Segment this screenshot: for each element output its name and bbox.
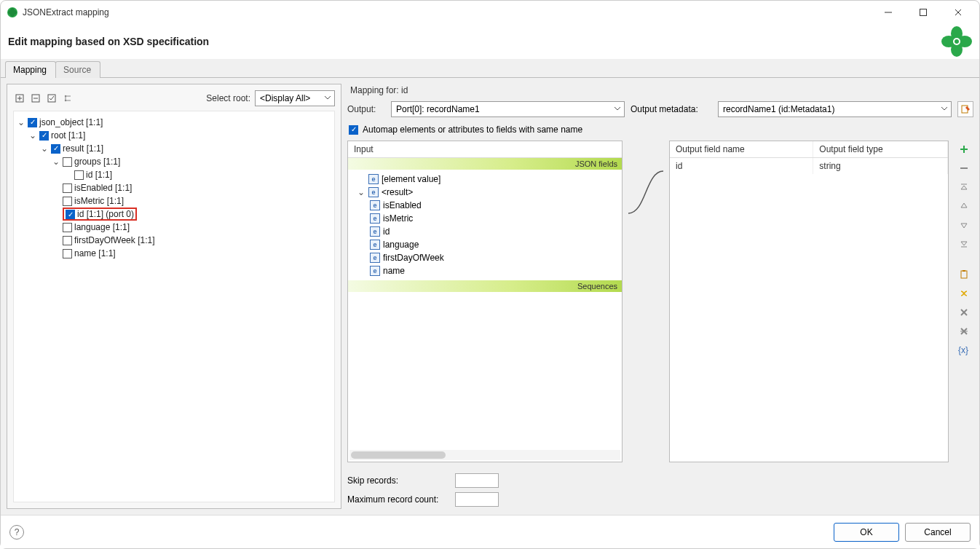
output-table[interactable]: Output field name Output field type id s… [670,141,948,174]
tree-node[interactable]: json_object [1:1] [39,117,103,127]
automap-icon[interactable] [956,286,972,301]
output-fields-box: Output field name Output field type id s… [669,141,949,462]
tree-checkbox[interactable] [63,157,72,167]
tree-twisty[interactable]: ⌄ [357,187,365,197]
structure-toolbar: Select root: <Display All> [13,89,335,108]
max-records-input[interactable] [455,492,499,507]
sequences-header: Sequences [348,280,622,292]
chevron-down-icon [941,105,948,112]
cancel-button[interactable]: Cancel [905,523,971,542]
tree-twisty[interactable]: ⌄ [17,117,25,127]
automap-checkbox[interactable] [349,125,358,135]
tree-node[interactable]: isEnabled [1:1] [74,183,132,193]
skip-records-input[interactable] [455,473,499,488]
tree-checkbox[interactable] [66,210,75,219]
tree-node[interactable]: language [1:1] [74,222,130,232]
move-bottom-icon[interactable] [956,237,972,251]
json-node[interactable]: name [383,266,405,276]
tree-node[interactable]: isMetric [1:1] [74,196,124,206]
json-node[interactable]: isMetric [383,213,413,224]
element-badge-icon: e [370,266,380,276]
cell-field-type[interactable]: string [813,158,948,175]
select-root-value: <Display All> [260,93,310,103]
json-node[interactable]: <result> [382,187,413,197]
tree-checkbox[interactable] [63,236,72,245]
tree-checkbox[interactable] [39,131,49,141]
app-window: JSONExtract mapping Edit mapping based o… [0,0,980,549]
element-badge-icon: e [368,174,379,184]
expand-all-icon[interactable] [13,92,26,105]
clipboard-icon[interactable] [956,267,972,282]
cell-field-name[interactable]: id [670,158,813,175]
dialog-footer: ? OK Cancel [1,515,979,548]
move-down-icon[interactable] [956,218,972,232]
tree-checkbox[interactable] [63,223,72,232]
json-node[interactable]: firstDayOfWeek [383,253,444,263]
tree-node[interactable]: groups [1:1] [74,157,120,167]
tab-mapping[interactable]: Mapping [5,61,56,78]
tree-checkbox[interactable] [28,118,37,127]
add-icon[interactable] [956,142,972,157]
output-metadata-label: Output metadata: [631,104,712,114]
collapse-all-icon[interactable] [29,92,42,105]
edit-metadata-button[interactable] [957,101,973,117]
chevron-down-icon [614,105,621,112]
tree-twisty[interactable]: ⌄ [28,130,37,141]
input-header: Input [348,141,622,158]
tree-checkbox[interactable] [63,183,72,193]
tree-checkbox[interactable] [74,170,84,180]
tree-node[interactable]: firstDayOfWeek [1:1] [74,235,154,245]
remove-icon[interactable] [956,161,972,175]
tree-checkbox[interactable] [63,249,72,258]
xsd-tree[interactable]: ⌄json_object [1:1] ⌄root [1:1] ⌄result [… [13,111,335,502]
delete-mapping-icon[interactable] [956,305,972,320]
minimize-button[interactable] [877,4,899,20]
ok-button[interactable]: OK [834,523,899,542]
svg-point-10 [955,39,959,44]
svg-rect-29 [963,270,965,272]
tree-twisty[interactable]: ⌄ [52,157,60,167]
tab-strip: Mapping Source [1,59,979,78]
tree-node[interactable]: result [1:1] [63,143,103,154]
select-root-label: Select root: [206,93,250,103]
json-node[interactable]: isEnabled [383,200,422,210]
record-limits: Skip records: Maximum record count: [347,467,973,509]
close-button[interactable] [947,4,969,20]
select-root-combo[interactable]: <Display All> [255,90,335,106]
dialog-title: Edit mapping based on XSD specification [8,36,209,47]
delete-all-icon[interactable] [956,324,972,339]
tree-node[interactable]: name [1:1] [74,248,116,258]
tree-node[interactable]: root [1:1] [51,130,85,141]
tree-checkbox[interactable] [51,144,60,154]
json-fields-tree[interactable]: e[element value] ⌄e<result> eisEnabled e… [348,170,622,280]
move-top-icon[interactable] [956,180,972,194]
output-col-type[interactable]: Output field type [813,141,948,158]
tree-twisty[interactable]: ⌄ [40,143,49,154]
check-all-icon[interactable] [45,92,58,105]
output-col-name[interactable]: Output field name [670,141,813,158]
xml-icon[interactable]: {x} [956,343,972,358]
horizontal-scrollbar[interactable] [349,450,620,460]
help-icon[interactable]: ? [9,525,24,540]
table-row[interactable]: id string [670,158,948,175]
tree-checkbox[interactable] [63,197,72,206]
tab-source[interactable]: Source [55,61,100,78]
element-badge-icon: e [370,226,380,237]
dialog-header: Edit mapping based on XSD specification [1,24,979,59]
tree-options-icon[interactable] [61,92,74,105]
element-badge-icon: e [370,240,380,250]
tree-node-id-port0[interactable]: id [1:1] (port 0) [77,209,134,219]
dialog-body: Select root: <Display All> ⌄json_object … [1,78,979,515]
output-metadata-combo[interactable]: recordName1 (id:Metadata1) [718,101,952,117]
json-node[interactable]: id [383,226,390,237]
move-up-icon[interactable] [956,199,972,213]
json-node[interactable]: language [383,240,419,250]
window-title: JSONExtract mapping [23,7,877,17]
svg-rect-28 [961,271,967,278]
tree-node[interactable]: id [1:1] [86,170,112,180]
maximize-button[interactable] [912,4,934,20]
json-node[interactable]: [element value] [382,174,440,184]
mapping-for-label: Mapping for: id [347,84,973,97]
output-port-combo[interactable]: Port[0]: recordName1 [391,101,625,117]
structure-panel: Select root: <Display All> ⌄json_object … [7,84,341,509]
